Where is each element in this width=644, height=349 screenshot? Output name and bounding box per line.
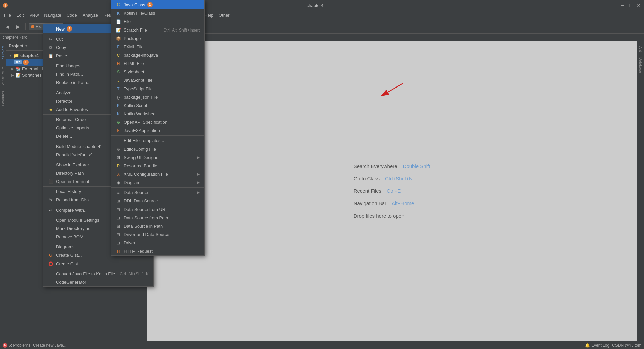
ds-path-icon: ⊟	[116, 216, 121, 220]
menu-view[interactable]: View	[26, 11, 41, 19]
package-label: Package	[124, 36, 141, 41]
hint-class-key: Ctrl+Shift+N	[385, 176, 413, 181]
submenu-http-request[interactable]: H HTTP Request	[111, 247, 204, 255]
submenu-edit-templates[interactable]: Edit File Templates...	[111, 136, 204, 145]
submenu-kotlin-worksheet[interactable]: K Kotlin Worksheet	[111, 110, 204, 118]
forward-button[interactable]: ▶	[13, 22, 23, 32]
close-button[interactable]: ✕	[636, 3, 641, 8]
submenu-xml-config[interactable]: X XML Configuration File ▶	[111, 170, 204, 178]
submenu-resource-bundle[interactable]: R Resource Bundle	[111, 162, 204, 170]
maximize-button[interactable]: □	[628, 3, 633, 8]
minimize-button[interactable]: ─	[620, 3, 625, 8]
hint-search-label: Search Everywhere	[354, 163, 397, 169]
js-label: JavaScript File	[124, 78, 152, 83]
submenu-kotlin-script[interactable]: K Kotlin Script	[111, 101, 204, 110]
kotlin-file-icon: K	[116, 11, 121, 16]
menu-navigate[interactable]: Navigate	[41, 11, 64, 19]
submenu-data-source-in-path[interactable]: ⊟ Data Source in Path	[111, 222, 204, 230]
menu-edit[interactable]: Edit	[14, 11, 26, 19]
submenu-javascript-file[interactable]: J JavaScript File	[111, 76, 204, 84]
file-label: File	[124, 19, 131, 24]
right-tab-ant[interactable]: Ant	[638, 44, 643, 55]
submenu-javafx-app[interactable]: F JavaFXApplication	[111, 126, 204, 135]
hint-nav-key: Alt+Home	[392, 200, 414, 206]
editor-hints: Search Everywhere Double Shift Go to Cla…	[340, 150, 444, 232]
hint-class-label: Go to Class	[354, 176, 380, 181]
problems-badge: 6	[3, 343, 7, 348]
menu-code[interactable]: Code	[64, 11, 80, 19]
menu-file[interactable]: File	[1, 11, 14, 19]
ddl-icon: ⊞	[116, 199, 121, 203]
ctx-favorites-label: Add to Favorites	[56, 107, 88, 112]
submenu-package[interactable]: 📦 Package	[111, 34, 204, 43]
submenu-file[interactable]: 📄 File	[111, 17, 204, 26]
ctx-rebuild-label: Rebuild '<default>'	[56, 152, 92, 157]
submenu-package-info[interactable]: C package-info.java	[111, 51, 204, 59]
driver-label: Driver	[124, 240, 136, 245]
right-tab-database[interactable]: Database	[638, 55, 643, 76]
ddl-label: DDL Data Source	[124, 198, 158, 203]
left-tab-favorites[interactable]: Favorites	[0, 89, 6, 108]
submenu-typescript-file[interactable]: T TypeScript File	[111, 84, 204, 93]
kotlin-worksheet-icon: K	[116, 112, 121, 116]
submenu-diagram[interactable]: ◈ Diagram ▶	[111, 178, 204, 187]
submenu-java-class[interactable]: C Java Class 3	[111, 0, 204, 9]
submenu-data-source-path[interactable]: ⊟ Data Source from Path	[111, 214, 204, 222]
submenu-data-source[interactable]: ≡ Data Source ▶	[111, 188, 204, 197]
hint-row-drop: Drop files here to open	[354, 213, 430, 219]
ctx-convert-kotlin[interactable]: Convert Java File to Kotlin File Ctrl+Al…	[43, 270, 153, 278]
create-java-label: Create new Java...	[33, 343, 66, 348]
hint-search-key: Double Shift	[403, 163, 430, 169]
ctx-codegen-label: CodeGenerator	[56, 280, 86, 285]
http-icon: H	[116, 249, 121, 254]
menu-other[interactable]: Other	[216, 11, 232, 19]
js-icon: J	[116, 78, 121, 83]
submenu-driver-data-source[interactable]: ⊟ Driver and Data Source	[111, 230, 204, 239]
package-info-label: package-info.java	[124, 53, 158, 58]
event-log-label: Event Log	[591, 343, 609, 348]
submenu-ddl-data-source[interactable]: ⊞ DDL Data Source	[111, 197, 204, 205]
submenu-fxml-file[interactable]: F FXML File	[111, 43, 204, 51]
submenu-scratch-file[interactable]: 📝 Scratch File Ctrl+Alt+Shift+Insert	[111, 26, 204, 34]
menu-analyze[interactable]: Analyze	[80, 11, 101, 19]
submenu-html-file[interactable]: H HTML File	[111, 59, 204, 68]
submenu-openapi[interactable]: ⚙ OpenAPI Specification	[111, 118, 204, 126]
submenu-data-source-url[interactable]: ⊟ Data Source from URL	[111, 205, 204, 214]
left-tab-structure[interactable]: 2: Structure	[0, 64, 6, 88]
status-create-java[interactable]: Create new Java...	[33, 343, 66, 348]
scratch-file-icon: 📝	[116, 28, 121, 33]
submenu-editorconfig[interactable]: ⚙ EditorConfig File	[111, 145, 204, 153]
diagram-icon: ◈	[116, 180, 121, 185]
ctx-diagrams-label: Diagrams	[56, 244, 75, 249]
src-num-badge: 1	[23, 59, 29, 65]
left-tab-project[interactable]: 1: Project	[0, 44, 6, 63]
ctx-create-gist-2[interactable]: ⭕ Create Gist...	[43, 259, 153, 268]
status-problems[interactable]: 6 6: Problems	[3, 343, 30, 348]
submenu-driver[interactable]: ⊟ Driver	[111, 239, 204, 247]
ds-url-label: Data Source from URL	[124, 207, 168, 212]
project-dropdown-icon[interactable]: ▾	[25, 44, 28, 48]
title-bar: I chapter4 ─ □ ✕	[0, 0, 644, 11]
editorconfig-icon: ⚙	[116, 147, 121, 152]
toolbar-separator-1	[25, 23, 26, 30]
submenu-stylesheet[interactable]: S Stylesheet	[111, 68, 204, 76]
kotlin-script-label: Kotlin Script	[124, 103, 147, 108]
hint-recent-label: Recent Files	[354, 188, 381, 194]
ctx-refactor-label: Refactor	[56, 99, 72, 104]
submenu-sep-1	[111, 135, 204, 136]
submenu-kotlin-file[interactable]: K Kotlin File/Class	[111, 9, 204, 17]
ctx-kotlin-shortcut: Ctrl+Alt+Shift+K	[120, 272, 149, 276]
submenu-swing-ui[interactable]: 🖼 Swing UI Designer ▶	[111, 153, 204, 162]
status-event-log[interactable]: 🔔 Event Log	[585, 343, 609, 348]
scratch-file-shortcut: Ctrl+Alt+Shift+Insert	[163, 28, 200, 33]
fxml-icon: F	[116, 45, 121, 49]
openapi-icon: ⚙	[116, 120, 121, 125]
submenu-package-json[interactable]: {} package.json File	[111, 93, 204, 101]
scratches-label: Scratches	[22, 73, 42, 78]
kotlin-file-label: Kotlin File/Class	[124, 11, 155, 16]
back-button[interactable]: ◀	[3, 22, 12, 32]
editor-area: Search Everywhere Double Shift Go to Cla…	[147, 41, 637, 341]
ctx-code-generator[interactable]: CodeGenerator	[43, 278, 153, 286]
svg-text:I: I	[5, 4, 6, 7]
scratch-file-label: Scratch File	[124, 27, 147, 33]
